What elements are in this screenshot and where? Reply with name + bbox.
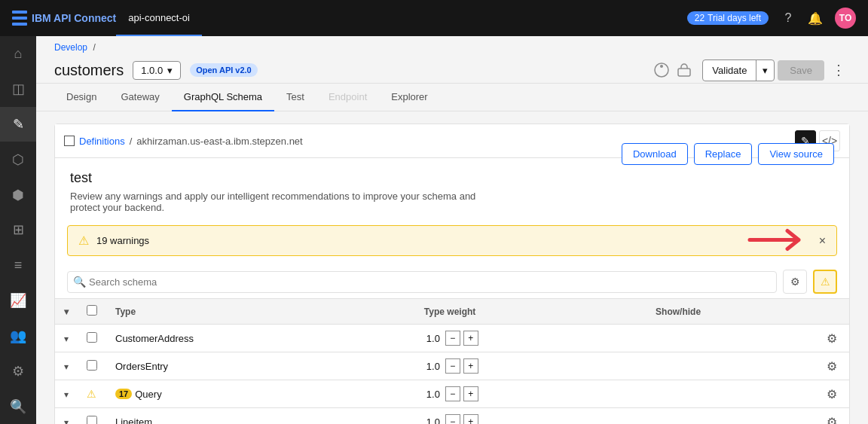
row-checkbox-cell-1 — [78, 352, 106, 380]
chevron-down-icon: ▾ — [167, 65, 173, 76]
schema-header: test Review any warnings and apply our i… — [55, 158, 849, 225]
save-button[interactable]: Save — [778, 60, 824, 81]
tab-design[interactable]: Design — [54, 84, 108, 111]
row-showhide-cell-1: ⚙ — [646, 352, 849, 380]
list-icon: ≡ — [14, 258, 23, 273]
row-checkbox-0[interactable] — [87, 332, 97, 343]
layout: ⌂ ◫ ✎ ⬡ ⬢ ⊞ ≡ 📈 👥 ⚙ 🔍 — [0, 36, 868, 424]
search-wrapper: 🔍 — [67, 271, 777, 293]
row-checkbox-cell-0 — [78, 325, 106, 352]
top-nav-tab[interactable]: api-connect-oi — [116, 0, 202, 36]
schema-table: ▾ Type Type weight Show/hide — [55, 299, 849, 424]
sidebar-item-settings[interactable]: ⚙ — [0, 353, 36, 389]
tab-explorer[interactable]: Explorer — [379, 84, 439, 111]
row-gear-icon-0[interactable]: ⚙ — [827, 332, 837, 345]
sidebar-item-grid[interactable]: ⊞ — [0, 212, 36, 248]
sidebar-item-security[interactable]: ⬢ — [0, 177, 36, 212]
sidebar-item-api[interactable]: ⬡ — [0, 142, 36, 177]
analytics-icon: 📈 — [10, 292, 26, 309]
row-type-name-1: OrdersEntry — [115, 361, 168, 372]
row-type-content-2: 17 Query — [115, 389, 406, 400]
weight-increment-1[interactable]: + — [463, 358, 478, 374]
cloud-icon — [675, 61, 693, 79]
tabs-bar: Design Gateway GraphQL Schema Test Endpo… — [36, 84, 868, 111]
sidebar-item-analytics[interactable]: 📈 — [0, 283, 36, 319]
trial-text: Trial days left — [708, 13, 761, 23]
row-expand-3: ▾ — [55, 408, 78, 425]
row-type-content-1: OrdersEntry — [115, 361, 406, 372]
weight-decrement-1[interactable]: − — [445, 358, 460, 374]
definitions-link[interactable]: Definitions — [79, 136, 125, 147]
table-header-row: ▾ Type Type weight Show/hide — [55, 299, 849, 325]
row-type-cell-1: OrdersEntry — [106, 352, 415, 380]
icon-group — [653, 61, 693, 79]
weight-decrement-3[interactable]: − — [445, 414, 460, 424]
row-gear-icon-1[interactable]: ⚙ — [827, 360, 837, 373]
sidebar: ⌂ ◫ ✎ ⬡ ⬢ ⊞ ≡ 📈 👥 ⚙ 🔍 — [0, 36, 36, 424]
api-icon: ⬡ — [12, 151, 24, 168]
row-showhide-cell-2: ⚙ — [646, 380, 849, 408]
weight-decrement-0[interactable]: − — [445, 331, 460, 346]
avatar[interactable]: TO — [835, 8, 856, 29]
row-chevron-2[interactable]: ▾ — [64, 389, 69, 400]
brand-name: IBM API Connect — [32, 12, 116, 24]
settings-icon: ⚙ — [12, 363, 24, 380]
tab-gateway[interactable]: Gateway — [108, 84, 171, 111]
definitions-host: akhirzaman.us-east-a.ibm.stepzen.net — [136, 136, 302, 147]
grid-icon: ⊞ — [13, 221, 24, 238]
weight-increment-3[interactable]: + — [463, 414, 478, 424]
expand-all-chevron[interactable]: ▾ — [64, 307, 69, 317]
row-checkbox-3[interactable] — [87, 416, 97, 425]
row-gear-icon-3[interactable]: ⚙ — [827, 416, 837, 425]
sidebar-item-edit[interactable]: ✎ — [0, 107, 36, 142]
warning-close-button[interactable]: × — [819, 234, 826, 248]
sidebar-item-list[interactable]: ≡ — [0, 248, 36, 283]
sidebar-item-dashboard[interactable]: ◫ — [0, 72, 36, 107]
ibm-icon — [12, 11, 27, 26]
weight-increment-0[interactable]: + — [463, 331, 478, 346]
edit-icon: ✎ — [13, 116, 24, 133]
checkbox-definitions — [64, 136, 75, 146]
view-source-button[interactable]: View source — [758, 143, 834, 165]
warning-triangle-icon: ⚠ — [78, 233, 89, 248]
row-gear-icon-2[interactable]: ⚙ — [827, 388, 837, 401]
search-input[interactable] — [67, 271, 777, 293]
warning-count-badge-2: 17 — [115, 389, 132, 399]
table-row: ▾ ⚠ 17 Query 1.0 − + ⚙ — [55, 380, 849, 408]
weight-control-1: 1.0 − + — [424, 358, 637, 374]
dashboard-icon: ◫ — [12, 81, 25, 97]
help-icon[interactable]: ? — [781, 11, 796, 26]
breadcrumb-develop[interactable]: Develop — [54, 42, 87, 53]
replace-button[interactable]: Replace — [694, 143, 753, 165]
validate-button[interactable]: Validate ▾ — [702, 59, 775, 81]
version-select[interactable]: 1.0.0 ▾ — [133, 61, 181, 80]
sidebar-item-home[interactable]: ⌂ — [0, 36, 36, 72]
top-nav: IBM API Connect api-connect-oi 22 Trial … — [0, 0, 868, 36]
weight-decrement-2[interactable]: − — [445, 386, 460, 401]
row-chevron-0[interactable]: ▾ — [64, 334, 69, 344]
col-type-header: Type — [106, 299, 415, 325]
weight-increment-2[interactable]: + — [463, 386, 478, 401]
download-button[interactable]: Download — [622, 143, 688, 165]
row-chevron-1[interactable]: ▾ — [64, 361, 69, 372]
tab-test[interactable]: Test — [274, 84, 316, 111]
row-checkbox-1[interactable] — [87, 360, 97, 371]
warning-row: ⚠ 19 warnings × — [55, 225, 849, 256]
tab-graphql-schema[interactable]: GraphQL Schema — [172, 84, 274, 111]
filter-icon[interactable]: ⚙ — [783, 270, 807, 294]
table-row: ▾ CustomerAddress 1.0 − + ⚙ — [55, 325, 849, 352]
weight-control-3: 1.0 − + — [424, 414, 637, 424]
sidebar-item-users[interactable]: 👥 — [0, 319, 36, 354]
row-chevron-3[interactable]: ▾ — [64, 417, 69, 425]
more-options-icon[interactable]: ⋮ — [827, 57, 850, 83]
notification-icon[interactable]: 🔔 — [808, 11, 823, 26]
table-row: ▾ Lineitem 1.0 − + ⚙ — [55, 408, 849, 425]
row-type-content-3: Lineitem — [115, 416, 406, 425]
weight-value-2: 1.0 — [424, 389, 442, 400]
sidebar-item-search[interactable]: 🔍 — [0, 389, 36, 424]
warning-filter-button[interactable]: ⚠ — [813, 270, 837, 294]
select-all-checkbox[interactable] — [87, 305, 97, 316]
validate-label: Validate — [703, 60, 756, 81]
schema-table-wrapper: ▾ Type Type weight Show/hide — [55, 299, 849, 424]
row-weight-cell-3: 1.0 − + — [415, 408, 646, 425]
